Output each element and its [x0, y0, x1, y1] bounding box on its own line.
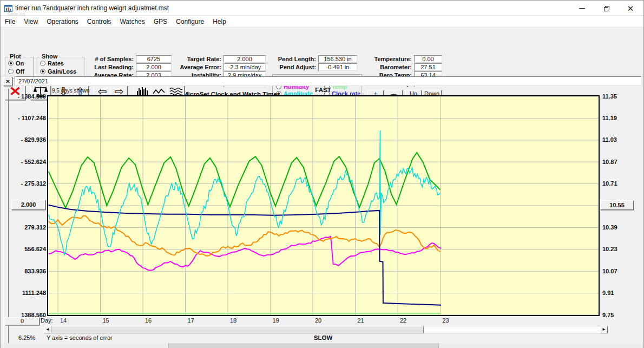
- scroll-right-arrow[interactable]: ►: [600, 326, 608, 333]
- menu-item-file[interactable]: File: [1, 17, 19, 25]
- barometer-value[interactable]: 27.51: [414, 63, 442, 71]
- day-tick-23: 23: [443, 317, 449, 324]
- last-reading-label: Last Reading:: [52, 64, 134, 70]
- left-tick-9: 1111.248: [9, 290, 46, 296]
- day-tick-22: 22: [400, 317, 406, 324]
- menu-item-view[interactable]: View: [19, 17, 42, 25]
- minimize-icon: [579, 8, 585, 9]
- slow-label: SLOW: [269, 334, 377, 341]
- menu-item-configure[interactable]: Configure: [172, 17, 208, 25]
- zoom-percent-label: 6.25%: [18, 334, 35, 341]
- right-tick-2: 11.03: [602, 136, 640, 143]
- right-tick-3: 10.87: [602, 159, 640, 165]
- title-bar: timer run 7andquater inch rating weigrt …: [1, 1, 643, 16]
- radio-icon: [40, 69, 45, 74]
- fast-label: FAST: [269, 87, 377, 93]
- right-tick-9: 9.91: [602, 290, 640, 296]
- right-tick-7: 10.23: [602, 246, 640, 252]
- y-axis-note: Y axis = seconds of error: [47, 334, 113, 341]
- day-axis-prefix: Day:: [41, 317, 53, 324]
- plot-off-radio[interactable]: Off: [8, 68, 24, 75]
- plot-groupbox: Plot OnOff: [5, 57, 34, 78]
- date-close-button[interactable]: ✕: [3, 77, 12, 86]
- restore-button[interactable]: [595, 1, 619, 16]
- date-field[interactable]: 27/07/2021: [15, 76, 641, 86]
- series-amplitude: [49, 130, 441, 255]
- radio-icon: [8, 61, 14, 66]
- left-tick-7: 556.624: [9, 246, 46, 252]
- right-tick-8: 10.07: [602, 268, 640, 274]
- plot-area: [47, 95, 600, 316]
- bottom-strip-segment: [168, 343, 439, 348]
- day-tick-20: 20: [315, 317, 321, 324]
- right-tick-0: 11.35: [602, 93, 640, 100]
- day-tick-14: 14: [60, 317, 67, 324]
- days-shown-label: 9.5 days shown: [52, 88, 90, 94]
- day-tick-21: 21: [358, 317, 364, 324]
- menu-item-operations[interactable]: Operations: [42, 17, 83, 25]
- of-samples-label: # of Samples:: [52, 56, 134, 62]
- right-tick-6: 10.39: [602, 224, 640, 231]
- left-tick-2: - 829.936: [9, 136, 46, 143]
- barometer-label: Barometer:: [331, 64, 412, 70]
- plot-on-radio[interactable]: On: [8, 60, 24, 67]
- radio-icon: [40, 61, 45, 66]
- plot-off-radio-label: Off: [16, 68, 24, 75]
- pend-length-label: Pend Length:: [235, 56, 316, 62]
- line-plot-icon: [153, 87, 166, 96]
- left-tick-3: - 552.624: [9, 159, 46, 165]
- left-tick-6: 279.312: [9, 224, 46, 231]
- left-axis-center-button[interactable]: 2.000: [11, 200, 45, 210]
- average-error-label: Average Error:: [140, 64, 221, 70]
- left-tick-4: - 275.312: [9, 180, 46, 187]
- menu-item-watches[interactable]: Watches: [116, 17, 149, 25]
- plot-groupbox-label: Plot: [8, 53, 23, 60]
- zero-button[interactable]: 0: [5, 317, 40, 325]
- menu-item-gps[interactable]: GPS: [149, 17, 172, 25]
- chart-panel-divider: [8, 89, 9, 347]
- day-tick-19: 19: [273, 317, 279, 324]
- right-tick-4: 10.71: [602, 180, 640, 187]
- menu-item-help[interactable]: Help: [208, 17, 231, 25]
- target-rate-label: Target Rate:: [140, 56, 221, 62]
- chart-canvas: [48, 96, 599, 315]
- series-clockrate: [49, 205, 441, 305]
- day-tick-15: 15: [103, 317, 109, 324]
- plot-on-radio-label: On: [16, 60, 24, 67]
- left-tick-1: - 1107.248: [9, 115, 46, 121]
- menu-bar: FileViewOperationsControlsWatchesGPSConf…: [1, 16, 643, 27]
- temperature-label: Temperature:: [331, 56, 412, 62]
- window-title: timer run 7andquater inch rating weigrt …: [15, 4, 169, 12]
- waves-icon: [169, 87, 182, 96]
- right-tick-1: 11.19: [602, 115, 640, 121]
- control-panel: Plot OnOff Show RatesGain/Loss # of Samp…: [1, 27, 643, 76]
- right-tick-10: 9.75: [602, 312, 640, 318]
- restore-icon: [604, 6, 609, 11]
- application-window: timer run 7andquater inch rating weigrt …: [0, 0, 644, 348]
- left-tick-8: 833.936: [9, 268, 46, 274]
- minimize-button[interactable]: [570, 1, 594, 16]
- bottom-strip: [1, 343, 643, 348]
- pend-adjust-label: Pend Adjust:: [235, 64, 316, 70]
- day-tick-17: 17: [188, 317, 194, 324]
- temperature-value[interactable]: 0.00: [414, 55, 442, 63]
- right-axis-center-button[interactable]: 10.55: [600, 200, 634, 210]
- day-tick-16: 16: [145, 317, 152, 324]
- radio-icon: [8, 69, 14, 74]
- scrollbar-thumb[interactable]: [51, 326, 424, 333]
- day-tick-18: 18: [230, 317, 236, 324]
- menu-item-controls[interactable]: Controls: [83, 17, 116, 25]
- close-button[interactable]: ✕: [619, 1, 642, 16]
- scroll-left-arrow[interactable]: ◄: [44, 326, 51, 333]
- left-tick-0: - 1384.560: [9, 93, 46, 100]
